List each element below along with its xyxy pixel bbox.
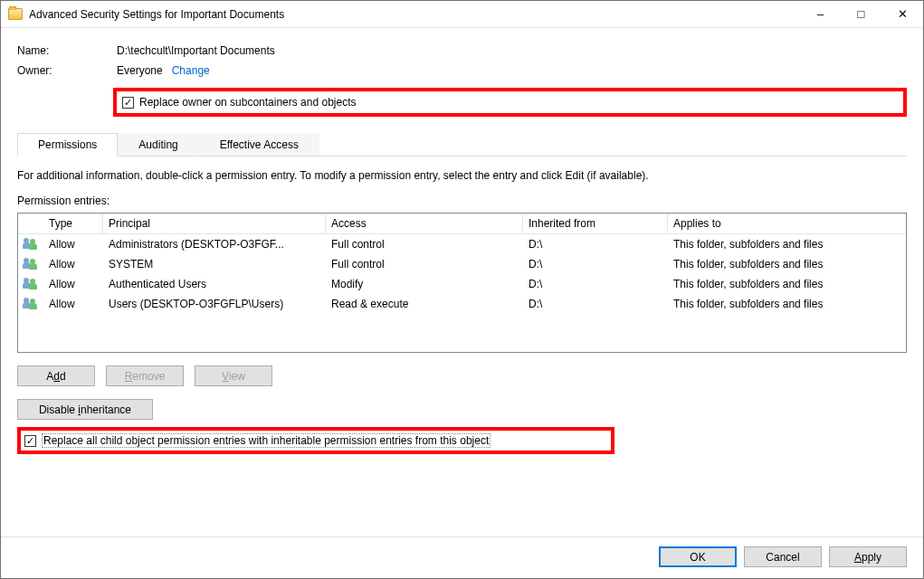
replace-children-checkbox[interactable]: Replace all child object permission entr… [24,433,607,448]
table-body: AllowAdministrators (DESKTOP-O3FGF...Ful… [18,234,906,352]
highlight-replace-owner: Replace owner on subcontainers and objec… [113,88,907,117]
cell-applies: This folder, subfolders and files [668,236,906,252]
view-button[interactable]: View [195,365,272,386]
window-title: Advanced Security Settings for Important… [29,8,284,21]
ok-button[interactable]: OK [659,546,737,567]
table-row[interactable]: AllowAuthenticated UsersModifyD:\This fo… [18,274,906,294]
change-owner-link[interactable]: Change [172,64,210,77]
th-principal[interactable]: Principal [103,214,326,233]
th-applies[interactable]: Applies to [668,214,906,233]
replace-owner-checkbox[interactable]: Replace owner on subcontainers and objec… [122,96,894,109]
table-row[interactable]: AllowSYSTEMFull controlD:\This folder, s… [18,254,906,274]
highlight-replace-children: Replace all child object permission entr… [17,427,614,454]
cell-applies: This folder, subfolders and files [668,256,906,272]
instruction-text: For additional information, double-click… [17,169,907,182]
cell-principal: SYSTEM [103,256,326,272]
users-icon [18,296,43,312]
table-row[interactable]: AllowUsers (DESKTOP-O3FGFLP\Users)Read &… [18,294,906,314]
th-inherited[interactable]: Inherited from [523,214,668,233]
permission-table: Type Principal Access Inherited from App… [17,213,907,353]
cell-principal: Users (DESKTOP-O3FGFLP\Users) [103,296,326,312]
cell-access: Full control [326,256,523,272]
cell-type: Allow [43,236,103,252]
dialog-footer: OK Cancel Apply [1,536,923,578]
replace-owner-label: Replace owner on subcontainers and objec… [139,96,356,109]
maximize-button[interactable]: □ [841,1,881,27]
content-area: Name: D:\techcult\Important Documents Ow… [1,28,923,536]
checkbox-tick-icon [122,97,134,109]
folder-icon [8,8,23,20]
replace-children-label: Replace all child object permission entr… [42,433,491,448]
apply-button[interactable]: Apply [829,546,907,567]
minimize-button[interactable]: – [800,1,841,27]
table-header: Type Principal Access Inherited from App… [18,214,906,234]
cell-applies: This folder, subfolders and files [668,296,906,312]
th-access[interactable]: Access [326,214,523,233]
titlebar[interactable]: Advanced Security Settings for Important… [1,1,923,28]
cell-type: Allow [43,256,103,272]
permission-entries-label: Permission entries: [17,195,907,207]
tab-permissions[interactable]: Permissions [17,133,118,157]
cell-inherited: D:\ [523,236,668,252]
th-icon[interactable] [18,214,43,233]
cancel-button[interactable]: Cancel [744,546,822,567]
cell-inherited: D:\ [523,256,668,272]
cell-applies: This folder, subfolders and files [668,276,906,292]
name-label: Name: [17,44,117,57]
cell-principal: Administrators (DESKTOP-O3FGF... [103,236,326,252]
cell-inherited: D:\ [523,276,668,292]
tab-auditing[interactable]: Auditing [118,133,198,157]
tabs: Permissions Auditing Effective Access [17,133,907,157]
cell-access: Full control [326,236,523,252]
window-controls: – □ ✕ [800,1,923,27]
security-settings-window: Advanced Security Settings for Important… [0,0,924,579]
entry-buttons: Add Remove View [17,365,907,386]
cell-access: Read & execute [326,296,523,312]
table-row[interactable]: AllowAdministrators (DESKTOP-O3FGF...Ful… [18,234,906,254]
users-icon [18,256,43,272]
cell-inherited: D:\ [523,296,668,312]
disable-inheritance-button[interactable]: Disable inheritance [17,399,153,420]
add-button[interactable]: Add [17,365,95,386]
owner-label: Owner: [17,64,117,77]
users-icon [18,276,43,292]
close-button[interactable]: ✕ [881,1,923,27]
users-icon [18,236,43,252]
owner-value: Everyone [117,64,163,77]
cell-access: Modify [326,276,523,292]
name-value: D:\techcult\Important Documents [117,44,907,57]
cell-type: Allow [43,276,103,292]
tab-effective-access[interactable]: Effective Access [199,133,319,157]
remove-button[interactable]: Remove [106,365,184,386]
cell-type: Allow [43,296,103,312]
th-type[interactable]: Type [43,214,103,233]
checkbox-tick-icon [24,435,36,447]
cell-principal: Authenticated Users [103,276,326,292]
